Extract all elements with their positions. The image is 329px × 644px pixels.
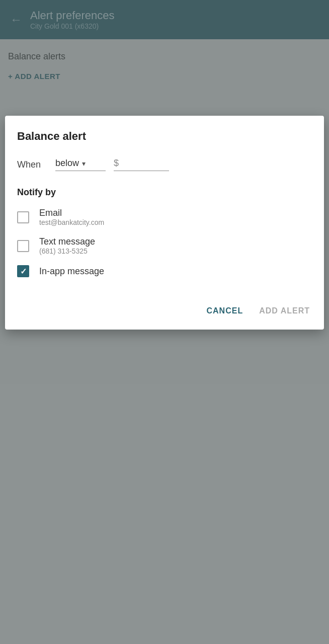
currency-symbol: $: [114, 158, 119, 169]
text-message-option-text: Text message (681) 313-5325: [39, 236, 95, 255]
email-option-text: Email test@bankatcity.com: [39, 208, 104, 226]
text-message-option-title: Text message: [39, 236, 95, 247]
inapp-message-option[interactable]: In-app message: [17, 265, 312, 277]
text-message-option-subtitle: (681) 313-5325: [39, 247, 95, 255]
notify-options-list: Email test@bankatcity.com Text message (…: [17, 208, 312, 277]
amount-input[interactable]: [121, 158, 166, 169]
inapp-message-option-text: In-app message: [39, 266, 104, 277]
text-message-checkbox[interactable]: [17, 240, 29, 252]
when-row: When below ▾ $: [17, 158, 312, 171]
condition-selected-text: below: [55, 158, 79, 169]
inapp-message-checkbox[interactable]: [17, 265, 29, 277]
text-message-option[interactable]: Text message (681) 313-5325: [17, 236, 312, 255]
amount-input-wrapper: $: [114, 158, 169, 171]
chevron-down-icon: ▾: [82, 159, 86, 168]
dialog-title: Balance alert: [17, 130, 312, 143]
dialog-actions: CANCEL ADD ALERT: [17, 297, 312, 319]
email-checkbox[interactable]: [17, 211, 29, 223]
notify-section: Notify by Email test@bankatcity.com Text…: [17, 187, 312, 277]
condition-dropdown[interactable]: below ▾: [55, 158, 106, 171]
balance-alert-dialog: Balance alert When below ▾ $ Notify by E…: [5, 116, 324, 330]
add-alert-button[interactable]: ADD ALERT: [257, 302, 312, 319]
notify-by-label: Notify by: [17, 187, 312, 198]
inapp-message-option-title: In-app message: [39, 266, 104, 277]
cancel-button[interactable]: CANCEL: [204, 302, 245, 319]
when-label: When: [17, 159, 47, 170]
email-option-title: Email: [39, 208, 104, 218]
email-option[interactable]: Email test@bankatcity.com: [17, 208, 312, 226]
email-option-subtitle: test@bankatcity.com: [39, 218, 104, 226]
